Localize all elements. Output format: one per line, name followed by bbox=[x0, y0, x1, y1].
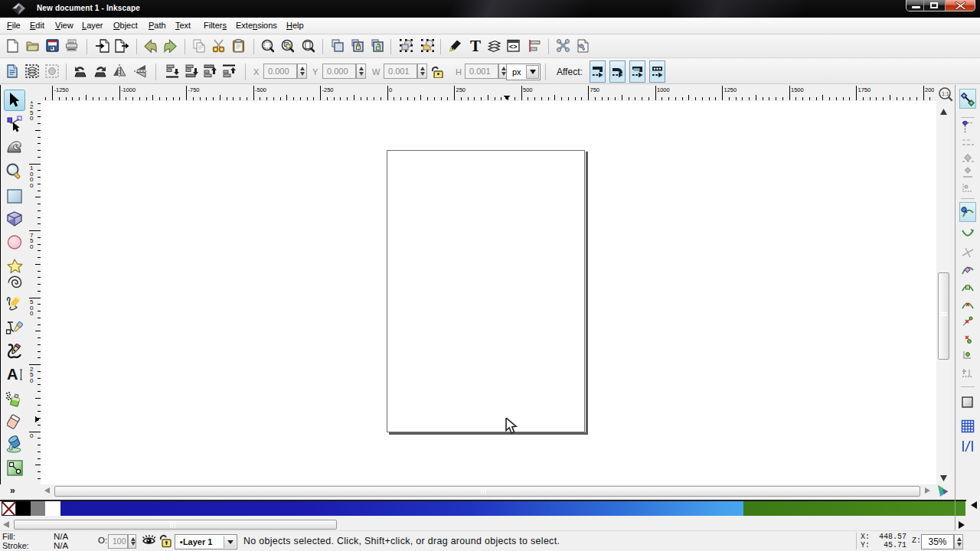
svg-text:0: 0 bbox=[389, 86, 392, 93]
svg-text:<>: <> bbox=[509, 43, 518, 51]
svg-text:0: 0 bbox=[30, 243, 34, 250]
svg-text:0: 0 bbox=[30, 377, 34, 384]
svg-text:1250: 1250 bbox=[724, 86, 737, 93]
svg-text:-1250: -1250 bbox=[54, 86, 69, 93]
svg-text:250: 250 bbox=[456, 86, 466, 93]
svg-text:0: 0 bbox=[30, 182, 34, 189]
svg-text:1500: 1500 bbox=[791, 86, 804, 93]
svg-text:-1000: -1000 bbox=[121, 86, 136, 93]
svg-text:A: A bbox=[7, 367, 18, 383]
svg-text:0: 0 bbox=[30, 115, 34, 122]
svg-text:-750: -750 bbox=[188, 86, 200, 93]
svg-text:2000: 2000 bbox=[925, 86, 934, 93]
svg-text:0: 0 bbox=[30, 310, 34, 317]
svg-text:1000: 1000 bbox=[657, 86, 670, 93]
svg-text:1:1: 1:1 bbox=[942, 91, 949, 96]
svg-text:0: 0 bbox=[30, 432, 34, 439]
svg-text:1750: 1750 bbox=[858, 86, 871, 93]
svg-text:750: 750 bbox=[590, 86, 600, 93]
svg-text:-250: -250 bbox=[322, 86, 334, 93]
svg-text:-500: -500 bbox=[255, 86, 266, 93]
svg-text:500: 500 bbox=[523, 86, 533, 93]
